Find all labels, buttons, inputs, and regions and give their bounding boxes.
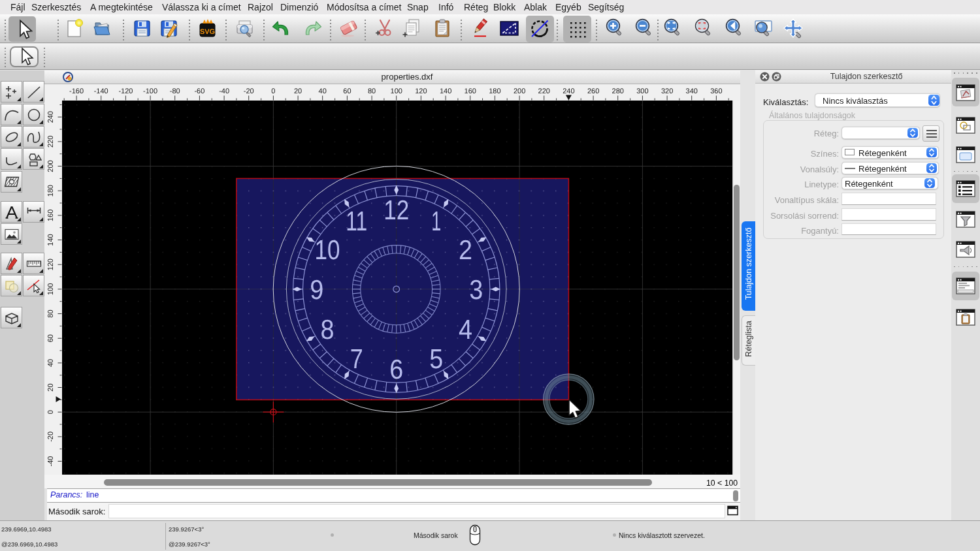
svg-text:-40: -40: [219, 87, 229, 95]
svg-text:-20: -20: [46, 432, 54, 442]
svg-text:10: 10: [315, 234, 340, 265]
svg-text:200: 200: [46, 160, 54, 172]
svg-text:7: 7: [350, 343, 363, 374]
svg-text:40: 40: [46, 359, 54, 367]
svg-text:-40: -40: [46, 456, 54, 467]
svg-text:320: 320: [661, 87, 673, 95]
svg-text:-60: -60: [194, 87, 204, 95]
svg-text:120: 120: [46, 259, 54, 270]
svg-text:0: 0: [271, 87, 275, 95]
svg-text:220: 220: [538, 87, 550, 95]
svg-text:300: 300: [636, 87, 648, 95]
svg-text:2: 2: [459, 234, 472, 265]
svg-text:60: 60: [343, 87, 351, 95]
svg-text:160: 160: [465, 87, 476, 95]
svg-text:160: 160: [46, 210, 54, 221]
svg-text:-80: -80: [170, 87, 180, 95]
svg-text:20: 20: [46, 383, 54, 391]
svg-text:-140: -140: [94, 87, 108, 95]
svg-text:180: 180: [489, 87, 500, 95]
svg-text:4: 4: [459, 314, 472, 345]
svg-text:3: 3: [469, 274, 483, 305]
svg-text:100: 100: [391, 87, 402, 95]
svg-text:80: 80: [46, 309, 54, 317]
svg-text:9: 9: [310, 274, 323, 305]
svg-text:240: 240: [46, 111, 54, 123]
svg-text:140: 140: [46, 234, 54, 245]
svg-text:-160: -160: [69, 87, 84, 95]
svg-text:SVG: SVG: [200, 28, 215, 36]
svg-text:1: 1: [431, 206, 441, 236]
svg-text:60: 60: [46, 334, 54, 342]
svg-text:6: 6: [389, 354, 403, 385]
svg-text:280: 280: [612, 87, 624, 95]
svg-text:180: 180: [46, 185, 54, 197]
svg-text:0: 0: [46, 410, 54, 414]
svg-text:120: 120: [415, 87, 427, 95]
svg-text:12: 12: [384, 195, 409, 225]
svg-text:40: 40: [319, 87, 327, 95]
svg-text:5: 5: [429, 343, 443, 374]
svg-text:80: 80: [368, 87, 376, 95]
svg-text:-100: -100: [143, 87, 157, 95]
svg-text:260: 260: [587, 87, 599, 95]
svg-text:20: 20: [294, 87, 302, 95]
svg-text:140: 140: [440, 87, 451, 95]
svg-text:220: 220: [46, 136, 54, 148]
svg-text:240: 240: [563, 87, 574, 95]
svg-text:360: 360: [710, 87, 722, 95]
svg-text:-120: -120: [118, 87, 133, 95]
svg-text:8: 8: [321, 314, 335, 345]
svg-text:200: 200: [514, 87, 525, 95]
svg-text:-20: -20: [244, 87, 254, 95]
svg-text:11: 11: [346, 206, 367, 236]
svg-text:340: 340: [686, 87, 698, 95]
svg-text:100: 100: [46, 283, 54, 295]
